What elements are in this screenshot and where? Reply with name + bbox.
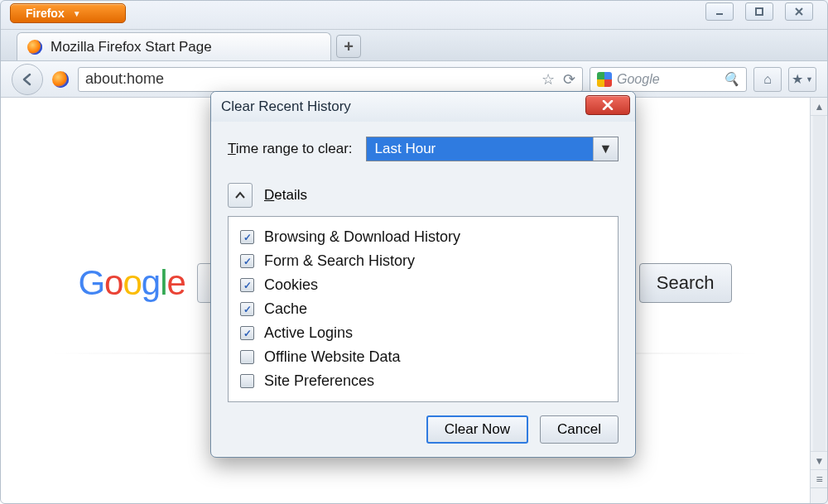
- checklist-item[interactable]: Browsing & Download History: [240, 225, 606, 249]
- checklist-item-label: Offline Website Data: [264, 348, 400, 366]
- checklist-item[interactable]: Cookies: [240, 273, 606, 297]
- bookmarks-menu-button[interactable]: ★▼: [788, 67, 816, 92]
- cancel-button[interactable]: Cancel: [540, 415, 619, 444]
- url-bar[interactable]: about:home ☆ ⟳: [78, 67, 583, 92]
- title-bar: Firefox ▼: [0, 0, 828, 30]
- dropdown-icon: ▼: [73, 9, 81, 18]
- checklist-item-label: Cache: [264, 300, 307, 318]
- details-checklist: Browsing & Download HistoryForm & Search…: [228, 216, 619, 402]
- dialog-close-button[interactable]: [585, 95, 630, 115]
- svg-rect-1: [756, 8, 763, 15]
- search-placeholder: Google: [617, 72, 660, 87]
- details-header: Details: [228, 183, 619, 208]
- checkbox[interactable]: [240, 374, 254, 388]
- checklist-item[interactable]: Active Logins: [240, 321, 606, 345]
- close-icon: [601, 100, 614, 110]
- clear-now-button[interactable]: Clear Now: [426, 415, 528, 444]
- maximize-button[interactable]: [745, 2, 773, 21]
- tab-start-page[interactable]: Mozilla Firefox Start Page: [17, 32, 331, 60]
- firefox-menu-label: Firefox: [26, 7, 65, 20]
- url-text: about:home: [85, 70, 542, 88]
- chevron-down-icon: ▼: [593, 137, 618, 161]
- back-arrow-icon: [20, 72, 35, 87]
- minimize-button[interactable]: [705, 2, 734, 21]
- checkbox[interactable]: [240, 326, 254, 340]
- checkbox[interactable]: [240, 230, 254, 244]
- checkbox[interactable]: [240, 302, 254, 316]
- scrollbar-grip-icon[interactable]: ≡: [811, 469, 828, 487]
- checklist-item[interactable]: Site Preferences: [240, 369, 606, 393]
- time-range-label: Time range to clear:: [228, 141, 353, 157]
- scrollbar-track[interactable]: [813, 116, 826, 451]
- tab-strip: Mozilla Firefox Start Page +: [0, 30, 828, 61]
- chevron-up-icon: [235, 191, 245, 199]
- firefox-icon: [27, 40, 42, 55]
- checklist-item[interactable]: Offline Website Data: [240, 345, 606, 369]
- scroll-down-button[interactable]: ▼: [811, 451, 828, 469]
- site-identity-icon[interactable]: [50, 69, 71, 90]
- checklist-item[interactable]: Cache: [240, 297, 606, 321]
- dialog-title-bar[interactable]: Clear Recent History: [211, 92, 635, 122]
- google-icon: [597, 72, 612, 87]
- dialog-title: Clear Recent History: [221, 98, 351, 115]
- firefox-menu-button[interactable]: Firefox ▼: [10, 3, 126, 23]
- checkbox[interactable]: [240, 278, 254, 292]
- home-button[interactable]: ⌂: [753, 67, 782, 92]
- vertical-scrollbar[interactable]: ▲ ▼ ≡: [810, 98, 828, 487]
- time-range-row: Time range to clear: Last Hour ▼: [228, 137, 619, 161]
- details-label: Details: [264, 187, 307, 204]
- scroll-up-button[interactable]: ▲: [811, 98, 828, 116]
- dropdown-icon: ▼: [806, 75, 813, 84]
- firefox-globe-icon: [52, 71, 69, 88]
- bookmark-star-icon[interactable]: ☆: [542, 70, 555, 89]
- tab-title: Mozilla Firefox Start Page: [51, 39, 212, 55]
- checklist-item-label: Active Logins: [264, 324, 353, 342]
- window-controls: [705, 2, 813, 21]
- scrollbar-corner: [810, 487, 828, 504]
- search-bar[interactable]: Google 🔍: [590, 67, 747, 92]
- checkbox[interactable]: [240, 254, 254, 268]
- homepage-search-button[interactable]: Search: [639, 263, 732, 303]
- clear-history-dialog: Clear Recent History Time range to clear…: [210, 91, 636, 458]
- bookmarks-star-icon: ★: [792, 71, 803, 87]
- home-icon: ⌂: [763, 72, 772, 87]
- time-range-select[interactable]: Last Hour ▼: [366, 137, 619, 161]
- google-logo: Google: [78, 263, 185, 303]
- checklist-item-label: Site Preferences: [264, 372, 374, 390]
- checklist-item[interactable]: Form & Search History: [240, 249, 606, 273]
- time-range-value: Last Hour: [367, 137, 593, 161]
- new-tab-button[interactable]: +: [336, 35, 361, 58]
- checklist-item-label: Browsing & Download History: [264, 228, 460, 246]
- checkbox[interactable]: [240, 350, 254, 364]
- reload-icon[interactable]: ⟳: [563, 70, 575, 89]
- close-button[interactable]: [785, 2, 813, 21]
- back-button[interactable]: [12, 64, 43, 95]
- details-toggle-button[interactable]: [228, 183, 253, 208]
- search-go-icon[interactable]: 🔍: [723, 71, 739, 87]
- checklist-item-label: Form & Search History: [264, 252, 415, 270]
- dialog-body: Time range to clear: Last Hour ▼ Details…: [211, 122, 635, 457]
- dialog-buttons: Clear Now Cancel: [228, 415, 619, 444]
- checklist-item-label: Cookies: [264, 276, 318, 294]
